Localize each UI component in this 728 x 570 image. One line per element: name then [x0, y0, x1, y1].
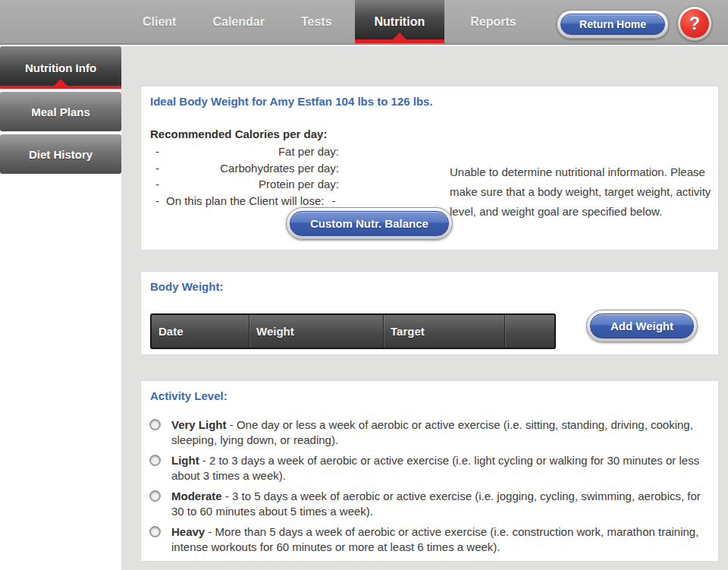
radio-button-very-light[interactable] — [149, 419, 161, 430]
very-light-text: Very Light - One day or less a week of a… — [171, 417, 707, 448]
top-nav-bar: Client Calendar Tests Nutrition Reports … — [0, 0, 728, 45]
recommended-calories-heading: Recommended Calories per day: — [150, 128, 718, 140]
lose-value: - — [331, 193, 335, 209]
return-home-button[interactable]: Return Home — [557, 10, 669, 39]
add-weight-label: Add Weight — [590, 313, 694, 339]
moderate-text: Moderate - 3 to 5 days a week of aerobic… — [171, 489, 707, 519]
ideal-body-weight-title: Ideal Body Weight for Amy Estfan 104 lbs… — [141, 87, 718, 108]
fat-value: - — [155, 143, 159, 160]
lose-label: On this plan the Client will lose: — [166, 193, 324, 209]
custom-nutr-balance-button[interactable]: Custom Nutr. Balance — [286, 207, 453, 240]
tab-client[interactable]: Client — [129, 0, 190, 43]
return-home-label: Return Home — [560, 14, 665, 35]
fat-row: - Fat per day: — [155, 143, 339, 160]
tab-reports[interactable]: Reports — [457, 0, 529, 43]
sidebar-item-nutrition-info[interactable]: Nutrition Info — [0, 46, 121, 89]
activity-level-title: Activity Level: — [141, 381, 718, 402]
client-will-lose-row: - On this plan the Client will lose: - — [155, 193, 339, 209]
radio-button-moderate[interactable] — [149, 490, 161, 502]
radio-button-light[interactable] — [149, 455, 161, 466]
activity-level-panel: Activity Level: Very Light - One day or … — [140, 380, 719, 562]
protein-label: Protein per day: — [259, 176, 339, 193]
heavy-text: Heavy - More than 5 days a week of aerob… — [171, 524, 707, 555]
nutrition-summary-rows: - Fat per day: - Carbohydrates per day: … — [155, 143, 339, 209]
body-weight-title: Body Weight: — [141, 272, 718, 293]
very-light-name: Very Light — [171, 418, 227, 431]
activity-option-light[interactable]: Light - 2 to 3 days a week of aerobic or… — [149, 453, 718, 483]
separator: - — [227, 418, 237, 431]
separator: - — [205, 525, 215, 538]
tab-tests[interactable]: Tests — [287, 0, 346, 43]
protein-value: - — [155, 176, 159, 193]
app-window: Client Calendar Tests Nutrition Reports … — [0, 0, 728, 570]
separator: - — [199, 454, 209, 467]
body-weight-panel: Body Weight: Date Weight Target Add Weig… — [140, 271, 719, 355]
tab-calendar[interactable]: Calendar — [199, 0, 278, 43]
ideal-body-weight-panel: Ideal Body Weight for Amy Estfan 104 lbs… — [140, 86, 719, 250]
column-header-target: Target — [383, 315, 504, 348]
tab-nutrition[interactable]: Nutrition — [355, 0, 445, 43]
sidebar: Nutrition Info Meal Plans Diet History — [0, 46, 121, 177]
help-button[interactable]: ? — [677, 6, 712, 41]
heavy-name: Heavy — [171, 525, 205, 538]
nutrition-warning-note: Unable to determine nutritional informat… — [450, 162, 717, 222]
custom-nutr-balance-label: Custom Nutr. Balance — [290, 211, 449, 236]
carbohydrates-label: Carbohydrates per day: — [220, 160, 339, 177]
separator: - — [222, 490, 232, 502]
fat-label: Fat per day: — [278, 143, 339, 160]
carbohydrates-row: - Carbohydrates per day: — [155, 160, 339, 177]
sidebar-item-diet-history[interactable]: Diet History — [0, 134, 121, 174]
activity-option-heavy[interactable]: Heavy - More than 5 days a week of aerob… — [149, 524, 718, 555]
light-description: 2 to 3 days a week of aerobic or active … — [171, 454, 699, 482]
column-header-date: Date — [152, 315, 249, 348]
activity-option-very-light[interactable]: Very Light - One day or less a week of a… — [149, 417, 718, 448]
moderate-description: 3 to 5 days a week of aerobic or active … — [171, 490, 701, 518]
light-text: Light - 2 to 3 days a week of aerobic or… — [171, 453, 707, 483]
body-weight-table-header: Date Weight Target — [150, 313, 556, 349]
main-content: Ideal Body Weight for Amy Estfan 104 lbs… — [121, 46, 728, 570]
sidebar-item-meal-plans[interactable]: Meal Plans — [0, 92, 121, 131]
moderate-name: Moderate — [171, 490, 222, 502]
column-header-empty — [504, 315, 554, 348]
heavy-description: More than 5 days a week of aerobic or ac… — [171, 525, 698, 553]
protein-row: - Protein per day: — [155, 176, 339, 193]
activity-option-moderate[interactable]: Moderate - 3 to 5 days a week of aerobic… — [149, 489, 718, 519]
activity-options: Very Light - One day or less a week of a… — [149, 417, 718, 555]
light-name: Light — [171, 454, 199, 467]
question-mark-icon: ? — [680, 9, 709, 38]
lose-prefix: - — [155, 193, 159, 209]
very-light-description: One day or less a week of aerobic or act… — [171, 418, 693, 446]
column-header-weight: Weight — [249, 315, 383, 348]
carbohydrates-value: - — [155, 160, 159, 177]
radio-button-heavy[interactable] — [149, 526, 161, 537]
add-weight-button[interactable]: Add Weight — [586, 310, 698, 342]
